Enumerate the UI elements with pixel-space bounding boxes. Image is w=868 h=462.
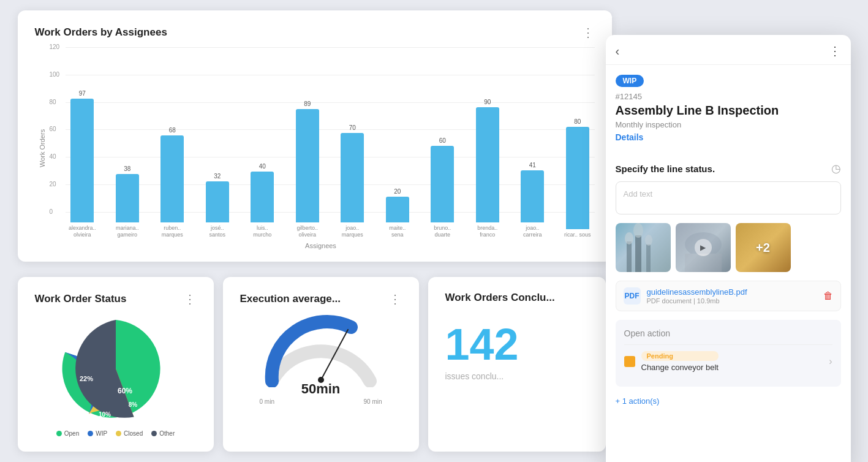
bar-group: 40luis.. murcho [246,163,280,238]
action-item[interactable]: Pending Change conveyor belt › [624,344,832,378]
file-row: PDF guidelinesassemblylineB.pdf PDF docu… [616,281,841,311]
bar-value: 40 [259,163,266,170]
bar-group: 97alexandra.. olvieira [66,90,100,238]
media-thumb-3[interactable]: +2 [736,223,791,272]
bar [476,107,499,222]
bar [341,133,364,222]
bar-label: joao.. carreira [518,225,547,238]
more-actions-link[interactable]: + 1 action(s) [616,396,660,406]
gauge-max: 90 min [363,398,382,405]
svg-text:22%: 22% [79,375,92,382]
media-thumb-2[interactable]: ▶ [676,223,731,272]
delete-file-icon[interactable]: 🗑 [823,290,833,301]
gauge-labels: 0 min 90 min [260,398,382,405]
bar [160,135,184,222]
wo-details-link[interactable]: Details [616,132,644,142]
bar-group: 90brenda.. franco [470,99,505,238]
bar-value: 68 [169,127,176,134]
pending-badge: Pending [641,351,719,361]
detail-panel: ‹ ⋮ WIP #12145 Assembly Line B Inspectio… [606,35,851,462]
x-axis-label: Assignees [47,242,595,249]
svg-rect-13 [685,254,722,272]
bar-label: ricar.. sous [564,232,591,238]
bar-group: 20maite.. sena [380,188,415,238]
file-info: PDF guidelinesassemblylineB.pdf PDF docu… [624,287,747,305]
bar-label: bruno.. duarte [428,225,457,238]
pdf-icon: PDF [624,287,641,305]
file-type: PDF document [647,297,692,305]
pie-chart: 60% 22% 10% 8% [61,314,171,424]
wip-badge: WIP [616,75,644,87]
bar-value: 32 [214,173,221,180]
gauge-chart [260,314,382,387]
panel-back-button[interactable]: ‹ [616,44,620,58]
svg-point-12 [685,232,722,257]
conclusion-card-title: Work Orders Conclu... [445,292,555,304]
bar-group: 60bruno.. duarte [426,137,460,238]
bar-value: 97 [79,90,86,97]
svg-rect-6 [627,241,632,272]
bar [386,197,409,222]
bar [296,109,319,222]
svg-point-9 [625,232,633,244]
status-more-icon[interactable]: ⋮ [184,292,197,306]
bar-group: 80ricar.. sous [560,118,595,238]
conclusion-label: issues conclu... [445,371,589,381]
bar-label: ruben.. marques [157,225,187,238]
media-row: ▶ +2 [616,223,841,272]
bar-value: 41 [529,162,536,169]
bar-label: josé.. santos [203,225,232,238]
action-item-left: Pending Change conveyor belt [624,351,719,372]
bar [251,172,274,222]
pending-flag-icon [624,356,635,367]
wo-number: #12145 [616,92,841,101]
open-action-section: Open action Pending Change conveyor belt… [616,320,841,387]
panel-more-button[interactable]: ⋮ [829,44,841,58]
bar-group: 68ruben.. marques [156,127,190,238]
bar-value: 89 [304,100,311,107]
bar-value: 80 [574,118,581,125]
bar-label: gilberto.. oliveira [293,225,322,238]
bar-group: 41joao.. carreira [516,162,550,238]
bar-chart-card: Work Orders by Assignees ⋮ Work Orders 1… [18,10,612,262]
bar-group: 38mariana.. gameiro [110,165,145,238]
bar [206,181,229,222]
gauge-min: 0 min [260,398,274,405]
conclusion-big-number: 142 [445,322,589,366]
wo-subtitle: Monthly inspection [616,120,841,129]
section-header: Specify the line status. ◷ [616,162,841,175]
bar-label: alexandra.. olvieira [67,225,97,238]
bar-value: 70 [349,124,356,131]
bar [116,174,139,222]
bar-group: 89gilberto.. oliveira [290,100,325,238]
panel-topbar: ‹ ⋮ [606,35,851,65]
bar-value: 38 [124,165,130,172]
status-card-title: Work Order Status [35,293,127,305]
history-icon[interactable]: ◷ [831,162,841,175]
action-title: Change conveyor belt [641,363,719,372]
bar [70,99,94,222]
svg-text:60%: 60% [117,387,132,395]
svg-text:10%: 10% [98,411,110,418]
svg-text:8%: 8% [128,401,137,408]
text-input[interactable]: Add text [616,181,841,214]
open-action-label: Open action [624,328,832,338]
file-name[interactable]: guidelinesassemblylineB.pdf [647,287,747,297]
bar-label: joao.. marques [338,225,367,238]
section-title: Specify the line status. [616,164,715,174]
svg-point-11 [645,235,652,246]
bar-label: mariana.. gameiro [113,225,142,238]
svg-rect-7 [635,235,641,272]
bar-chart-more-icon[interactable]: ⋮ [582,25,595,40]
panel-content: WIP #12145 Assembly Line B Inspection Mo… [606,65,851,462]
media-thumb-1[interactable] [616,223,671,272]
execution-card-title: Execution average... [240,293,341,305]
bar-label: maite.. sena [383,225,412,238]
bar [521,170,544,222]
bar-group: 32josé.. santos [200,173,235,238]
bar-label: luis.. murcho [247,225,277,238]
bar-value: 90 [484,99,491,105]
execution-more-icon[interactable]: ⋮ [389,292,402,306]
bar-group: 70joao.. marques [336,124,370,238]
chevron-right-icon: › [829,356,832,367]
